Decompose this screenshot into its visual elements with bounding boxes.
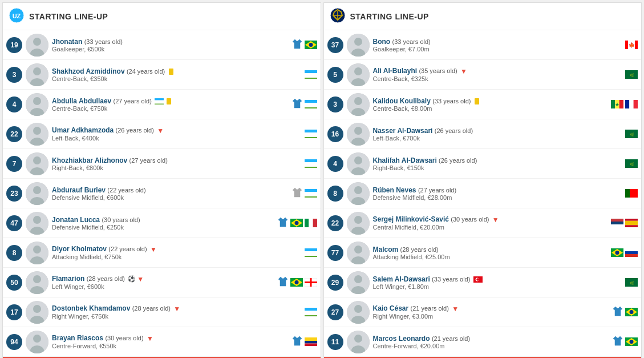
player-number: 8 — [327, 186, 343, 202]
svg-rect-51 — [305, 196, 317, 197]
svg-rect-137 — [625, 219, 638, 221]
player-name[interactable]: Khalifah Al-Dawsari — [373, 156, 437, 164]
flag-sa: 🌿 — [625, 278, 638, 287]
flag-br — [611, 248, 623, 257]
player-info: Ali Al-Bulayhi (35 years old) ▼ Centre-B… — [373, 67, 626, 82]
player-position-value: Defensive Midfield, €250k — [52, 224, 277, 231]
svg-rect-66 — [305, 251, 317, 252]
player-age: (27 years old) — [114, 98, 152, 104]
player-name[interactable]: Dostonbek Khamdamov — [52, 304, 130, 312]
svg-rect-22 — [155, 103, 164, 103]
player-icons — [611, 100, 638, 108]
player-position-value: Right Winger, €750k — [52, 313, 305, 320]
player-icons — [305, 308, 317, 316]
flag-uz — [305, 189, 317, 198]
player-name-line: Brayan Riascos (30 years old) ▼ — [52, 334, 291, 343]
player-position-value: Centre-Forward, €550k — [52, 343, 291, 349]
player-name[interactable]: Malcom — [373, 246, 399, 254]
player-age: (35 years old) — [419, 67, 457, 74]
team-logo: UZ — [9, 7, 25, 25]
player-name[interactable]: Shakhzod Azmiddinov — [52, 67, 125, 75]
player-name[interactable]: Bono — [373, 38, 391, 46]
player-avatar — [26, 152, 48, 175]
flag-sa: 🌿 — [625, 70, 638, 79]
player-avatar — [26, 93, 48, 116]
team-panel-2: STARTING LINE-UP37 Bono (33 years old) G… — [323, 2, 642, 358]
player-name[interactable]: Brayan Riascos — [52, 334, 103, 342]
player-name[interactable]: Jhonatan — [52, 38, 82, 46]
player-row: 47 Jonatan Lucca (30 years old) Defensiv… — [3, 208, 321, 238]
player-name[interactable]: Ali Al-Bulayhi — [373, 67, 418, 75]
player-avatar — [26, 301, 48, 324]
player-name[interactable]: Rúben Neves — [373, 186, 416, 194]
svg-rect-134 — [611, 219, 623, 222]
player-name[interactable]: Jonatan Lucca — [52, 216, 100, 224]
svg-text:🌿: 🌿 — [630, 281, 634, 285]
player-name[interactable]: Abdulla Abdullaev — [52, 97, 111, 105]
player-name[interactable]: Umar Adkhamzoda — [52, 126, 114, 134]
player-icons: 🌿 — [625, 70, 638, 79]
team-header: UZ STARTING LINE-UP — [3, 3, 321, 30]
shirt-icon — [291, 335, 303, 348]
svg-rect-42 — [305, 163, 317, 166]
player-position-value: Left-Back, €700k — [373, 135, 626, 142]
player-number: 8 — [6, 245, 22, 261]
player-position-value: Centre-Back, €750k — [52, 105, 291, 112]
player-info: Umar Adkhamzoda (26 years old) ▼ Left-Ba… — [52, 126, 305, 142]
player-icons: 🌿 — [625, 130, 638, 138]
flag-br — [305, 41, 317, 49]
player-name[interactable]: Khozhiakbar Alizhonov — [52, 156, 127, 164]
player-avatar — [347, 123, 370, 146]
yellow-card — [475, 98, 479, 104]
player-icons — [305, 130, 317, 138]
player-age: (30 years old) — [105, 335, 143, 341]
player-info: Abdurauf Buriev (22 years old) Defensive… — [52, 186, 291, 201]
player-name[interactable]: Marcos Leonardo — [373, 335, 430, 343]
player-number: 47 — [6, 215, 22, 231]
shirt-icon — [277, 216, 289, 230]
player-position-value: Right Winger, €3.00m — [373, 313, 613, 320]
svg-rect-21 — [155, 101, 164, 103]
flag-uz — [305, 248, 317, 257]
player-icons — [611, 219, 638, 227]
shirt-icon — [277, 276, 289, 289]
svg-rect-28 — [305, 107, 317, 108]
player-name-line: Shakhzod Azmiddinov (24 years old) — [52, 67, 305, 75]
svg-point-71 — [33, 275, 41, 283]
player-info: Marcos Leonardo (21 years old) Centre-Fo… — [373, 335, 613, 349]
player-position-value: Left Winger, €1.80m — [373, 283, 626, 290]
svg-rect-138 — [625, 221, 638, 226]
player-icons — [291, 98, 317, 111]
player-name[interactable]: Abdurauf Buriev — [52, 186, 106, 194]
player-avatar — [26, 34, 48, 57]
svg-point-75 — [294, 280, 298, 284]
player-number: 16 — [327, 126, 343, 142]
player-name[interactable]: Flamarion — [52, 275, 84, 283]
svg-point-168 — [630, 340, 634, 344]
svg-rect-91 — [305, 341, 317, 344]
player-number: 5 — [327, 67, 343, 83]
flag-sa: 🌿 — [625, 159, 638, 168]
player-name[interactable]: Sergej Milinković-Savić — [373, 215, 449, 223]
player-name-line: Malcom (28 years old) — [373, 246, 611, 254]
flag-co — [305, 337, 317, 346]
player-name[interactable]: Diyor Kholmatov — [52, 245, 107, 253]
player-avatar — [347, 301, 370, 324]
player-position-value: Right-Back, €150k — [373, 164, 626, 171]
svg-rect-97 — [625, 41, 628, 49]
player-name[interactable]: Kalidou Koulibaly — [373, 97, 431, 105]
svg-point-154 — [476, 278, 479, 281]
player-position-value: Centre-Back, €325k — [373, 75, 626, 82]
player-icons — [611, 248, 638, 257]
svg-rect-24 — [305, 100, 317, 103]
player-name[interactable]: Salem Al-Dawsari — [373, 275, 430, 283]
player-name-line: Jhonatan (33 years old) — [52, 38, 291, 46]
player-info: Kaio César (21 years old) ▼ Right Winger… — [373, 304, 613, 320]
player-row: 5 Ali Al-Bulayhi (35 years old) ▼ Centre… — [324, 60, 642, 90]
player-row: 77 Malcom (28 years old) Attacking Midfi… — [324, 238, 642, 268]
player-info: Kalidou Koulibaly (33 years old) Centre-… — [373, 97, 611, 112]
svg-rect-111 — [619, 100, 623, 108]
player-name[interactable]: Kaio César — [373, 304, 409, 312]
player-name[interactable]: Nasser Al-Dawsari — [373, 127, 433, 135]
flag-fr — [625, 100, 638, 108]
